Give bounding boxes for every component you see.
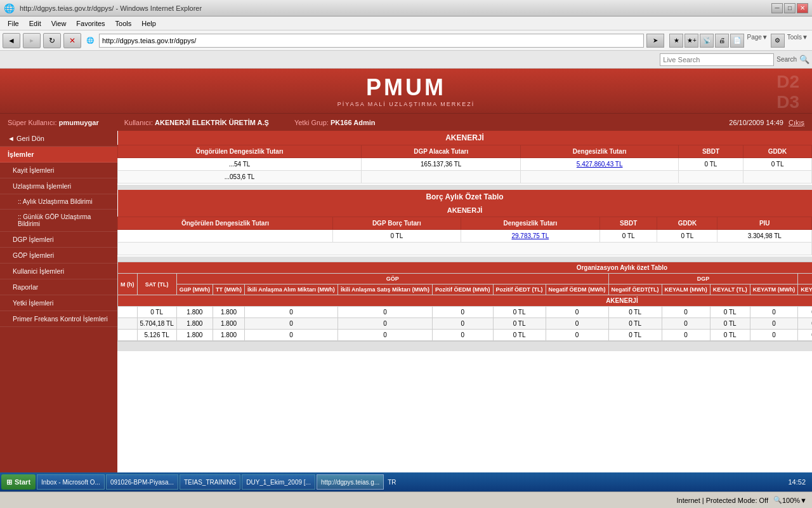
alacak-table: AKENERJİ Öngörülen Dengesizlik Tutarı DG… [117, 131, 812, 184]
org-r1-pozedm: 0 [433, 318, 493, 330]
alacak-cell-0-2[interactable]: 5.427.860,43 TL [521, 158, 679, 171]
refresh-button[interactable]: ↻ [43, 33, 61, 48]
sidebar-item-gunluk[interactable]: :: Günlük GÖP Uzlaştırma Bildirimi [0, 210, 117, 232]
sidebar-item-aylik[interactable]: :: Aylık Uzlaştırma Bildirimi [0, 194, 117, 210]
org-r0-gup: 1.800 [176, 307, 213, 318]
pmum-subtitle: PİYASA MALİ UZLAŞTIRMA MERKEZİ [337, 101, 475, 107]
go-button[interactable]: ➤ [646, 34, 664, 48]
org-col-keyalm: KEYALM (MWh) [662, 284, 710, 295]
forward-button[interactable]: ► [23, 33, 41, 48]
org-r1-keyatt: 0 TL [798, 318, 812, 330]
section-spacer-2 [117, 257, 812, 262]
menu-help[interactable]: Help [136, 18, 161, 29]
org-r1-m [118, 318, 138, 330]
sidebar-islemler-label: İşlemler [8, 150, 34, 158]
borc-header-2: Dengesizlik Tutarı [461, 217, 599, 230]
org-r2-iksatis: 0 [337, 330, 432, 341]
user-info-bar: Süper Kullanıcı: pmumuygar Kullanıcı: AK… [0, 113, 812, 131]
borc-empty-row [118, 243, 812, 255]
sidebar-kullanici-label: Kullanici İşlemleri [13, 267, 64, 275]
org-r1-ikalim: 0 [245, 318, 338, 330]
arrow-icon: :: [18, 198, 23, 205]
org-r0-keyalm: 0 [662, 307, 710, 318]
search-magnify-icon[interactable]: 🔍 [799, 55, 809, 64]
address-input[interactable] [99, 34, 644, 48]
org-col-tt: TT (MWh) [213, 284, 245, 295]
taskbar-item-4-label: http://dgpys.teias.g... [321, 479, 379, 486]
address-bar: ◄ ► ↻ ✕ 🌐 ➤ ★ ★+ 📡 🖨 📄 Page▼ ⚙ Tools▼ [0, 30, 812, 51]
sidebar-item-raporlar[interactable]: Raporlar [0, 279, 117, 295]
alacak-cell-0-3: 0 TL [678, 158, 743, 171]
org-r0-keyatm: 0 [750, 307, 798, 318]
taskbar-item-0[interactable]: Inbox - Microsoft O... [37, 474, 105, 490]
org-r0-sat: 0 TL [137, 307, 176, 318]
gop-label: GÖP [176, 274, 608, 284]
maximize-button[interactable]: □ [784, 3, 796, 13]
sidebar-item-gop[interactable]: GÖP İşlemleri [0, 248, 117, 264]
page-icon[interactable]: 📄 [730, 34, 744, 48]
datetime: 26/10/2009 14:49 [729, 119, 783, 126]
back-arrow-icon: ◄ [8, 135, 16, 142]
alacak-dengesizlik-link[interactable]: 5.427.860,43 TL [577, 161, 623, 168]
rss-icon[interactable]: 📡 [700, 34, 714, 48]
logout-link[interactable]: Çıkış [789, 119, 804, 126]
taskbar-item-2[interactable]: TEIAS_TRAINING [180, 474, 240, 490]
alacak-cell-0-4: 0 TL [743, 158, 812, 171]
org-r0-tt: 1.800 [213, 307, 245, 318]
menu-view[interactable]: View [46, 18, 72, 29]
sidebar-item-kullanici[interactable]: Kullanici İşlemleri [0, 264, 117, 279]
borc-title: Borç Aylık Özet Tablo [118, 190, 812, 204]
borc-cell-0 [118, 230, 333, 243]
alacak-header-1: DGP Alacak Tutarı [362, 145, 521, 158]
taskbar-item-1[interactable]: 091026-BPM-Piyasa... [106, 474, 178, 490]
org-col-sat: SAT (TL) [137, 274, 176, 295]
borc-dgp-link[interactable]: 29.783,75 TL [511, 232, 549, 239]
sidebar-item-yetki[interactable]: Yetki İşlemleri [0, 295, 117, 311]
stop-button[interactable]: ✕ [63, 33, 81, 48]
close-button[interactable]: ✕ [797, 3, 808, 13]
org-r1-pozedt: 0 TL [493, 318, 546, 330]
sidebar-item-primer[interactable]: Primer Frekans Kontrol İşlemleri [0, 311, 117, 327]
menu-tools[interactable]: Tools [110, 18, 137, 29]
borc-cell-2[interactable]: 29.783,75 TL [461, 230, 599, 243]
back-button[interactable]: ◄ [3, 33, 20, 48]
sidebar-item-back[interactable]: ◄ Geri Dön [0, 131, 117, 147]
sidebar-item-dgp[interactable]: DGP İşlemleri [0, 232, 117, 248]
taskbar-item-3[interactable]: DUY_1_Ekim_2009 [... [242, 474, 315, 490]
menu-edit[interactable]: Edit [24, 18, 46, 29]
alacak-header-3: SBDT [678, 145, 743, 158]
sidebar-item-islemler[interactable]: İşlemler [0, 147, 117, 163]
horizontal-scrollbar[interactable] [117, 341, 812, 351]
window-controls[interactable]: ─ □ ✕ [771, 3, 808, 13]
favorites-star-icon[interactable]: ★ [669, 34, 683, 48]
pmum-logo: PMUM PİYASA MALİ UZLAŞTIRMA MERKEZİ [337, 74, 475, 107]
taskbar-item-4[interactable]: http://dgpys.teias.g... [317, 474, 384, 490]
menu-favorites[interactable]: Favorites [71, 18, 110, 29]
org-r1-keyatm: 0 [750, 318, 798, 330]
sidebar-uzlastirma-label: Uzlaştırma İşlemleri [13, 182, 71, 190]
tools-icon[interactable]: ⚙ [771, 34, 785, 48]
pmum-bg-decoration: D2D3D4 [776, 72, 799, 113]
menu-file[interactable]: File [3, 18, 24, 29]
minimize-button[interactable]: ─ [771, 3, 783, 13]
print-icon[interactable]: 🖨 [715, 34, 729, 48]
borc-header-1: DGP Borç Tutarı [333, 217, 461, 230]
dengesizlik-label: Dengesizlik [798, 274, 812, 284]
org-r0-pozedm: 0 [433, 307, 493, 318]
borc-cell-1: 0 TL [333, 230, 461, 243]
add-favorites-icon[interactable]: ★+ [684, 34, 698, 48]
alacak-header-0: Öngörülen Dengesizlik Tutarı [118, 145, 362, 158]
search-input[interactable] [660, 53, 774, 66]
toolbar-icons: ★ ★+ 📡 🖨 📄 Page▼ ⚙ Tools▼ [669, 34, 809, 48]
taskbar: ⊞ Start Inbox - Microsoft O... 091026-BP… [0, 472, 812, 491]
sidebar-primer-label: Primer Frekans Kontrol İşlemleri [13, 315, 108, 323]
alacak-cell-0-1: 165.137,36 TL [362, 158, 521, 171]
windows-icon: ⊞ [6, 478, 12, 486]
borc-table: Borç Aylık Özet Tablo AKENERJİ Öngörülen… [117, 190, 812, 255]
sidebar-item-kayit[interactable]: Kayit İşlemleri [0, 163, 117, 178]
ie-search-bar: Search 🔍 [0, 51, 812, 69]
sidebar-item-uzlastirma[interactable]: Uzlaştırma İşlemleri [0, 178, 117, 194]
org-col-ikili-satis: İkili Anlaşma Satış Miktarı (MWh) [337, 284, 432, 295]
org-col-m: M (h) [118, 274, 138, 295]
start-button[interactable]: ⊞ Start [1, 474, 36, 490]
